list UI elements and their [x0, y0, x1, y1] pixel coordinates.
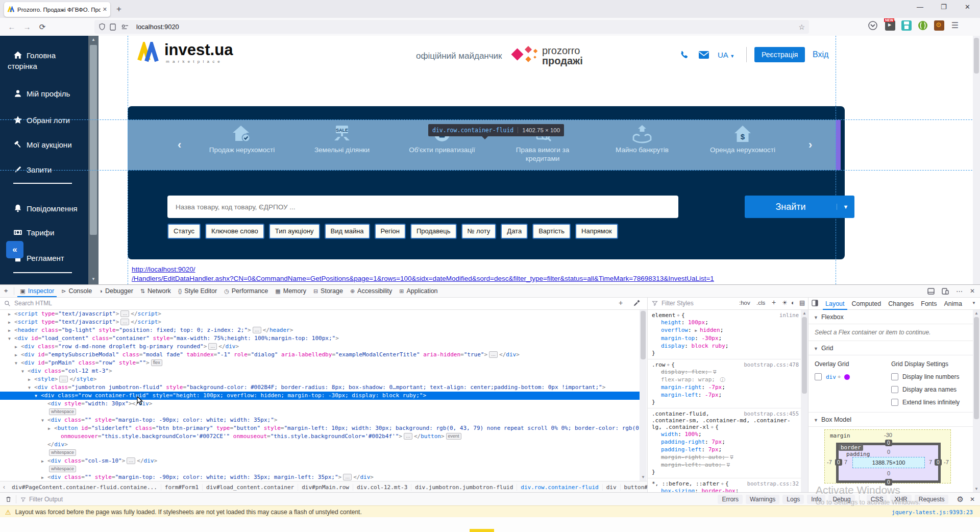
class-toggle[interactable]: .cls [756, 300, 765, 306]
markup-line[interactable]: ▶<header class="bg-light" style="positio… [0, 326, 640, 334]
breadcrumb-prev-icon[interactable]: ‹ [0, 483, 8, 491]
markup-line[interactable]: ▼<div class="jumbotron jumbotron-fluid" … [0, 383, 640, 392]
grid-setting-1[interactable]: Display area names [891, 386, 960, 393]
breadcrumb-item-7[interactable]: div [603, 484, 621, 491]
border-right-value[interactable]: 0 [935, 459, 942, 466]
markup-line[interactable]: <div style="width: 30px"></div> [0, 400, 640, 408]
markup-line[interactable]: ▶<button id="sliderleft" class="btn btn-… [0, 424, 640, 432]
grid-checkbox[interactable] [815, 373, 822, 380]
checkbox[interactable] [891, 373, 898, 380]
split-console-icon[interactable] [927, 288, 935, 295]
breadcrumb-item-8[interactable]: button#sliderleft.btn.btn-primary [621, 484, 647, 491]
filter-button-6[interactable]: № лоту [461, 224, 497, 239]
css-declaration[interactable]: display: flex; ∇ [652, 368, 799, 376]
markup-line[interactable]: ▼<div class="" style="margin-top: -90px;… [0, 416, 640, 424]
breadcrumb-item-0[interactable]: div#PageContent.container-fluid.containe… [8, 484, 161, 491]
css-rule[interactable]: bootstrap.css:32*, ::before, ::after⌖{bo… [648, 478, 801, 493]
grid-overlay-toggle[interactable]: div ⌖ [815, 373, 891, 380]
markup-line[interactable]: ▼<div id="load_content" class="container… [0, 334, 640, 343]
permissions-icon[interactable] [121, 24, 132, 30]
url-bar[interactable]: localhost:9020 ☆ [94, 20, 809, 34]
language-selector[interactable]: UA ▼ [718, 51, 734, 59]
padding-top-value[interactable]: 0 [887, 449, 890, 455]
css-declaration[interactable]: margin-left: -7px; [652, 391, 799, 399]
filter-button-5[interactable]: Продавець [410, 224, 457, 239]
console-filter-logs[interactable]: Logs [782, 495, 804, 504]
markup-line[interactable]: ▶<style>…</style> [0, 375, 640, 383]
add-rule-icon[interactable]: + [772, 298, 776, 306]
devtools-tab-console[interactable]: ⊳Console [58, 285, 95, 297]
save-extension-icon[interactable] [901, 20, 912, 31]
markup-scrollbar[interactable]: ▼ [640, 310, 647, 481]
filter-button-4[interactable]: Регіон [375, 224, 406, 239]
breadcrumb-item-3[interactable]: div#pnMain.row [298, 484, 353, 491]
login-link[interactable]: Вхід [813, 50, 828, 59]
filter-button-7[interactable]: Дата [501, 224, 528, 239]
menu-icon[interactable]: ☰ [949, 20, 961, 31]
console-filter-errors[interactable]: Errors [718, 495, 743, 504]
markup-line[interactable]: ▼<div id="pnMain" class="row" style="">f… [0, 359, 640, 367]
breadcrumb-item-6[interactable]: div.row.container-fluid [517, 484, 602, 491]
add-node-icon[interactable]: + [619, 299, 623, 307]
devtools-close-icon[interactable]: ✕ [970, 287, 975, 295]
devtools-tab-performance[interactable]: ◷Performance [220, 285, 272, 297]
css-declaration[interactable]: flex-wrap: wrap; ⓘ [652, 376, 799, 383]
sidebar-scrollbar[interactable]: ▲ ▼ [88, 36, 99, 284]
devtools-tab-memory[interactable]: ▦Memory [272, 285, 310, 297]
envelope-icon[interactable] [698, 51, 709, 59]
css-declaration[interactable]: width: 100%; [652, 430, 799, 438]
new-tab-button[interactable]: + [116, 4, 121, 14]
markup-line[interactable]: ▶<div class="row d-md-none dropleft bg-p… [0, 343, 640, 351]
register-button[interactable]: Реєстрація [754, 47, 805, 62]
carousel-item-4[interactable]: Майно банкрутів [599, 124, 685, 154]
sidebar-tabs-overflow-icon[interactable]: ▼ [972, 301, 976, 305]
filter-styles-input[interactable]: Filter Styles [662, 300, 694, 307]
console-filter-debug[interactable]: Debug [828, 495, 854, 504]
filter-button-3[interactable]: Вид майна [325, 224, 370, 239]
window-minimize-button[interactable]: — [917, 3, 923, 11]
search-dropdown-icon[interactable]: ▼ [837, 204, 854, 210]
devtools-menu-icon[interactable]: ⋯ [956, 287, 963, 295]
handler-link-line1[interactable]: http://localhost:9020/ [132, 265, 195, 273]
margin-top-value[interactable]: -30 [884, 432, 892, 438]
css-declaration[interactable]: padding-left: 7px; [652, 446, 799, 453]
clear-console-icon[interactable] [5, 496, 12, 503]
devtools-tab-network[interactable]: ⇅Network [137, 285, 175, 297]
grid-section-header[interactable]: ▼Grid [808, 341, 973, 355]
tab-close-icon[interactable]: ✕ [103, 6, 107, 13]
sidebar-collapse-button[interactable]: « [6, 241, 23, 258]
reload-button[interactable]: ⟳ [35, 22, 50, 32]
sidebar-tab-layout[interactable]: Layout [822, 298, 848, 310]
markup-line[interactable]: whitespace [0, 449, 640, 457]
devtools-tab-inspector[interactable]: ▣Inspector [16, 285, 58, 297]
print-media-icon[interactable]: ▤ [799, 299, 805, 306]
markup-line[interactable]: onmouseover="this.style.backgroundColor=… [0, 432, 640, 441]
checkbox[interactable] [891, 399, 898, 406]
search-html-input[interactable]: Search HTML [14, 300, 52, 307]
page-scrollbar[interactable] [973, 36, 980, 284]
filter-button-1[interactable]: Ключове слово [205, 224, 264, 239]
markup-line[interactable]: whitespace [0, 465, 640, 473]
window-maximize-button[interactable]: ❐ [941, 3, 947, 11]
css-rule[interactable]: inlineelement⌖{height: 100px;overflow: ▶… [648, 310, 801, 359]
filter-button-2[interactable]: Тип аукціону [269, 224, 320, 239]
light-theme-icon[interactable]: ☀ [782, 299, 788, 306]
sidebar-tab-fonts[interactable]: Fonts [917, 298, 940, 310]
css-declaration[interactable]: margin-left: auto; ∇ [652, 461, 799, 469]
markup-line[interactable]: ▶<div id="emptySubscribeModal" class="mo… [0, 351, 640, 359]
margin-right-value[interactable]: -7 [944, 459, 949, 465]
grid-color-swatch-icon[interactable] [844, 374, 850, 380]
console-warning-row[interactable]: ⚠ Layout was forced before the page was … [0, 505, 980, 518]
markup-line-selected[interactable]: ▼<div class="row container-fluid" style=… [0, 392, 640, 400]
filter-button-9[interactable]: Напрямок [575, 224, 618, 239]
pick-element-icon[interactable]: ⌖ [0, 287, 12, 295]
css-declaration[interactable]: margin-right: auto; ∇ [652, 453, 799, 461]
phone-icon[interactable] [679, 50, 689, 60]
devtools-tab-storage[interactable]: ⊟Storage [310, 285, 347, 297]
breadcrumb-item-4[interactable]: div.col-12.mt-3 [353, 484, 411, 491]
sidebar-tab-anima[interactable]: Anima [941, 298, 966, 310]
invest-logo-icon[interactable] [137, 42, 160, 63]
carousel-item-1[interactable]: SALEЗемельні ділянки [299, 124, 385, 154]
console-filter-css[interactable]: CSS [867, 495, 888, 504]
carousel-prev-icon[interactable]: ‹ [178, 138, 181, 152]
